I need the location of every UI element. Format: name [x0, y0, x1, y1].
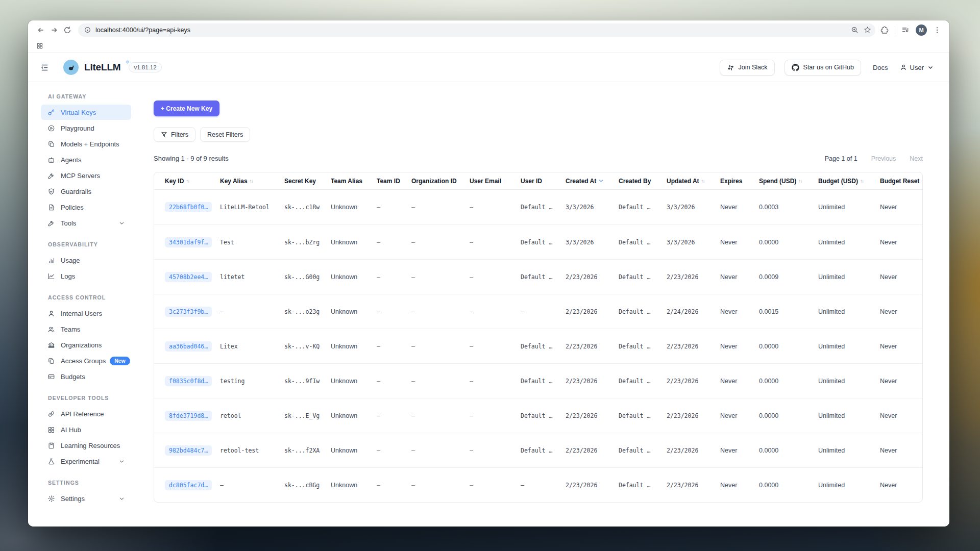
cell-created_by: Default …: [619, 239, 667, 246]
line-chart-icon: [47, 272, 55, 280]
sidebar-item-learning-resources[interactable]: Learning Resources: [41, 438, 131, 453]
address-bar[interactable]: localhost:4000/ui/?page=api-keys: [78, 23, 875, 37]
cell-expires: Never: [720, 378, 759, 385]
filters-button[interactable]: Filters: [154, 127, 195, 142]
cell-budget_usd: Unlimited: [818, 308, 880, 315]
sidebar-item-logs[interactable]: Logs: [41, 268, 131, 284]
sort-arrows-icon[interactable]: ↑↓: [798, 178, 802, 184]
key-id-link[interactable]: 45708b2ee4…: [165, 272, 212, 282]
key-id-link[interactable]: aa36bad046…: [165, 341, 212, 352]
browser-reload-button[interactable]: [61, 23, 74, 37]
key-id-link[interactable]: 22b68fb0f0…: [165, 202, 212, 212]
sidebar-item-settings[interactable]: Settings: [41, 491, 131, 506]
cell-created_at: 2/23/2026: [566, 273, 619, 281]
cell-spend_usd: 0.0015: [759, 308, 818, 315]
cell-budget_reset: Never: [880, 482, 923, 489]
sidebar-item-experimental[interactable]: Experimental: [41, 454, 131, 469]
column-header-updated-at[interactable]: Updated At↑↓: [667, 178, 720, 185]
cell-user_email: –: [470, 204, 521, 211]
sort-arrows-icon[interactable]: ↑↓: [250, 178, 253, 184]
person-icon: [900, 64, 907, 71]
column-header-budget-reset: Budget Reset: [880, 178, 923, 185]
results-summary: Showing 1 - 9 of 9 results: [154, 155, 229, 162]
browser-back-button[interactable]: [34, 23, 47, 37]
cell-user_id: –: [521, 482, 566, 489]
sidebar-item-api-reference[interactable]: API Reference: [41, 406, 131, 421]
key-id-link[interactable]: 3c273f3f9b…: [165, 307, 212, 317]
column-header-user-id: User ID: [521, 178, 566, 185]
browser-forward-button[interactable]: [47, 23, 61, 37]
docs-link[interactable]: Docs: [873, 64, 888, 71]
cell-key_alias: retool: [220, 412, 284, 419]
cell-expires: Never: [720, 308, 759, 315]
browser-menu-icon[interactable]: [933, 26, 941, 34]
sort-chevron-down-icon[interactable]: [598, 178, 604, 184]
cell-budget_usd: Unlimited: [818, 378, 880, 385]
url-text[interactable]: localhost:4000/ui/?page=api-keys: [95, 27, 846, 34]
key-id-link[interactable]: f0835c0f8d…: [165, 376, 212, 386]
sidebar-item-policies[interactable]: Policies: [41, 199, 131, 215]
sidebar-item-organizations[interactable]: Organizations: [41, 337, 131, 353]
bookmark-star-icon[interactable]: [864, 26, 871, 34]
sidebar-item-mcp-servers[interactable]: MCP Servers: [41, 168, 131, 183]
brand[interactable]: LiteLLM: [63, 60, 120, 75]
results-row: Showing 1 - 9 of 9 results Page 1 of 1 P…: [154, 155, 923, 162]
sidebar-item-models-endpoints[interactable]: Models + Endpoints: [41, 136, 131, 152]
key-id-link[interactable]: 8fde3719d8…: [165, 411, 212, 421]
sidebar-item-virtual-keys[interactable]: Virtual Keys: [41, 105, 131, 120]
sidebar-item-guardrails[interactable]: Guardrails: [41, 184, 131, 199]
cell-team_id: –: [377, 447, 411, 454]
layers-icon: [47, 357, 55, 365]
column-header-team-alias: Team Alias: [331, 178, 377, 185]
create-new-key-button[interactable]: + Create New Key: [154, 101, 219, 116]
column-label: Created At: [566, 178, 596, 185]
cell-budget_reset: Never: [880, 239, 923, 246]
sidebar-item-usage[interactable]: Usage: [41, 253, 131, 268]
previous-page-button[interactable]: Previous: [871, 155, 896, 162]
sidebar-item-label: Internal Users: [61, 310, 102, 317]
column-header-key-id[interactable]: Key ID↑↓: [165, 178, 220, 185]
key-id-link[interactable]: dc805fac7d…: [165, 480, 212, 490]
cell-budget_usd: Unlimited: [818, 239, 880, 246]
column-header-created-at[interactable]: Created At: [566, 178, 619, 185]
cell-budget_reset: Never: [880, 273, 923, 281]
column-header-budget-usd[interactable]: Budget (USD)↑↓: [818, 178, 880, 185]
sidebar-item-internal-users[interactable]: Internal Users: [41, 306, 131, 321]
sidebar-collapse-icon[interactable]: [40, 63, 49, 72]
star-github-button[interactable]: Star us on GitHub: [785, 60, 861, 76]
cell-spend_usd: 0.0000: [759, 447, 818, 454]
sort-arrows-icon[interactable]: ↑↓: [186, 178, 189, 184]
column-header-spend-usd[interactable]: Spend (USD)↑↓: [759, 178, 818, 185]
extensions-icon[interactable]: [880, 26, 889, 34]
table-row: f0835c0f8d…testingsk-...9fIwUnknown–––De…: [154, 363, 922, 398]
apps-grid-icon[interactable]: [36, 42, 43, 49]
sidebar-item-agents[interactable]: Agents: [41, 152, 131, 167]
reading-list-icon[interactable]: [901, 26, 910, 34]
cell-secret_key: sk-...f2XA: [284, 447, 331, 454]
sidebar-item-label: API Reference: [61, 410, 104, 418]
key-id-link[interactable]: 982bd484c7…: [165, 445, 212, 456]
sidebar-item-access-groups[interactable]: Access GroupsNew: [41, 353, 131, 368]
cell-organization_id: –: [411, 308, 470, 315]
cell-created_by: Default …: [619, 343, 667, 350]
reset-filters-button[interactable]: Reset Filters: [200, 127, 250, 142]
sidebar-item-tools[interactable]: Tools: [41, 215, 131, 231]
sidebar-item-teams[interactable]: Teams: [41, 321, 131, 337]
column-header-key-alias[interactable]: Key Alias↑↓: [220, 178, 284, 185]
sidebar-item-playground[interactable]: Playground: [41, 120, 131, 136]
sidebar-item-budgets[interactable]: Budgets: [41, 369, 131, 384]
cell-team_id: –: [377, 308, 411, 315]
site-info-icon[interactable]: [84, 27, 91, 33]
users-icon: [47, 325, 55, 333]
next-page-button[interactable]: Next: [910, 155, 923, 162]
sort-arrows-icon[interactable]: ↑↓: [860, 178, 864, 184]
cell-organization_id: –: [411, 447, 470, 454]
key-id-link[interactable]: 34301daf9f…: [165, 237, 212, 247]
user-menu[interactable]: User: [900, 64, 934, 71]
cell-secret_key: sk-...c1Rw: [284, 204, 331, 211]
join-slack-button[interactable]: Join Slack: [720, 60, 775, 76]
sort-arrows-icon[interactable]: ↑↓: [701, 178, 705, 184]
browser-profile-avatar[interactable]: M: [916, 24, 927, 36]
sidebar-item-ai-hub[interactable]: AI Hub: [41, 422, 131, 437]
zoom-page-icon[interactable]: [851, 26, 859, 34]
